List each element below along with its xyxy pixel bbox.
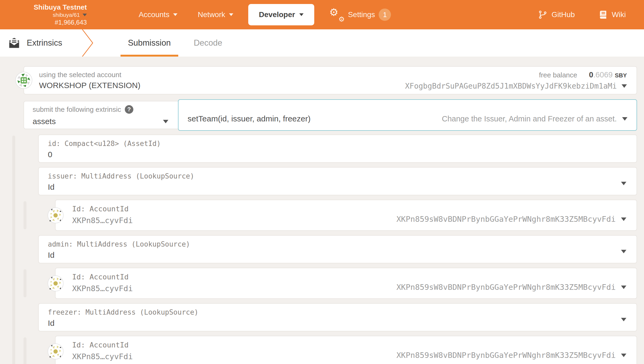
method-name: setTeam(id, issuer, admin, freezer): [188, 114, 311, 123]
menu-developer[interactable]: Developer: [248, 4, 314, 25]
indent-guide: [12, 136, 15, 364]
section-select[interactable]: assets: [33, 117, 168, 126]
param-issuer-account[interactable]: Id: AccountId XKPn85…cyvFdi XKPn859sW8vB…: [55, 200, 637, 231]
caret-down-icon: [621, 217, 626, 221]
github-link[interactable]: GitHub: [532, 10, 581, 19]
account-address: XFogbgBdrSuPAGeuP8Zd5J1mXBDWsYyJdFK9kebz…: [405, 82, 617, 90]
app-title-extrinsics: Extrinsics: [0, 29, 82, 57]
caret-down-icon: [621, 286, 626, 289]
account-name: WORKSHOP (EXTENSION): [39, 81, 140, 90]
extrinsic-selector: submit the following extrinsic ? assets …: [24, 99, 637, 131]
caret-down-icon[interactable]: [621, 318, 626, 321]
param-freezer-account[interactable]: Id: AccountId XKPn85…cyvFdi XKPn859sW8vB…: [55, 336, 637, 364]
tab-bar: Extrinsics Submission Decode: [0, 29, 644, 57]
account-dropdown[interactable]: XKPn859sW8vBDNPrBynbGGaYePrWNghr8mK33Z5M…: [396, 215, 626, 226]
account-select-label: using the selected account: [39, 71, 140, 79]
help-icon[interactable]: ?: [125, 105, 133, 114]
param-admin-select[interactable]: admin: MultiAddress (LookupSource) Id: [38, 235, 637, 263]
caret-down-icon[interactable]: [621, 182, 626, 185]
settings-gears-icon: ⚙⚙: [329, 7, 344, 22]
caret-down-icon: [163, 120, 168, 123]
param-id[interactable]: id: Compact<u128> (AssetId) 0: [38, 134, 637, 163]
git-branch-icon: [538, 10, 547, 19]
caret-down-icon[interactable]: [83, 14, 87, 16]
params-list: id: Compact<u128> (AssetId) 0 issuer: Mu…: [0, 134, 644, 364]
param-freezer-select[interactable]: freezer: MultiAddress (LookupSource) Id: [38, 303, 637, 331]
caret-down-icon: [229, 13, 233, 16]
account-dropdown[interactable]: XKPn859sW8vBDNPrBynbGGaYePrWNghr8mK33Z5M…: [396, 351, 626, 362]
extrinsics-page: using the selected account WORKSHOP (EXT…: [0, 57, 644, 364]
main-menu: Accounts Network Developer ⚙⚙ Settings 1: [129, 0, 401, 29]
caret-down-icon[interactable]: [621, 250, 626, 253]
param-issuer-select[interactable]: issuer: MultiAddress (LookupSource) Id: [38, 167, 637, 195]
network-name: Shibuya Testnet: [34, 3, 87, 12]
caret-down-icon[interactable]: [622, 84, 627, 88]
caret-down-icon: [173, 13, 177, 16]
wiki-link[interactable]: Wiki: [592, 10, 632, 19]
tab-decode[interactable]: Decode: [186, 29, 230, 57]
settings-badge: 1: [379, 9, 391, 21]
param-admin-account[interactable]: Id: AccountId XKPn85…cyvFdi XKPn859sW8vB…: [55, 268, 637, 299]
best-block-number: #1,966,643: [55, 18, 87, 26]
free-balance-value: 0.6069SBY: [589, 70, 627, 79]
top-nav: Shibuya Testnet shibuya/61 #1,966,643 Ac…: [0, 0, 644, 29]
account-identicon[interactable]: [47, 207, 64, 224]
extrinsic-label: submit the following extrinsic: [33, 105, 121, 114]
caret-down-icon: [299, 13, 304, 16]
method-description-dropdown[interactable]: Change the Issuer, Admin and Freezer of …: [442, 114, 628, 123]
account-identicon[interactable]: [15, 72, 33, 89]
network-selector[interactable]: Shibuya Testnet shibuya/61 #1,966,643: [34, 3, 87, 26]
envelope-open-icon: [8, 37, 20, 49]
external-links: GitHub Wiki: [532, 10, 632, 19]
account-dropdown[interactable]: XKPn859sW8vBDNPrBynbGGaYePrWNghr8mK33Z5M…: [396, 283, 626, 294]
account-select[interactable]: using the selected account WORKSHOP (EXT…: [24, 66, 637, 94]
caret-down-icon: [621, 354, 626, 357]
menu-settings[interactable]: ⚙⚙ Settings 1: [319, 0, 401, 29]
method-select[interactable]: setTeam(id, issuer, admin, freezer) Chan…: [178, 99, 637, 131]
account-identicon[interactable]: [47, 343, 64, 360]
caret-down-icon: [622, 117, 627, 121]
free-balance-label: free balance: [539, 71, 577, 79]
book-icon: [598, 10, 607, 19]
param-id-input[interactable]: 0: [48, 150, 627, 159]
network-endpoint: shibuya/61: [53, 11, 80, 18]
chevron-divider: [82, 29, 94, 57]
account-identicon[interactable]: [47, 275, 64, 292]
tab-submission[interactable]: Submission: [121, 29, 178, 57]
tabs: Submission Decode: [121, 29, 230, 57]
menu-network[interactable]: Network: [188, 0, 243, 29]
menu-accounts[interactable]: Accounts: [129, 0, 188, 29]
